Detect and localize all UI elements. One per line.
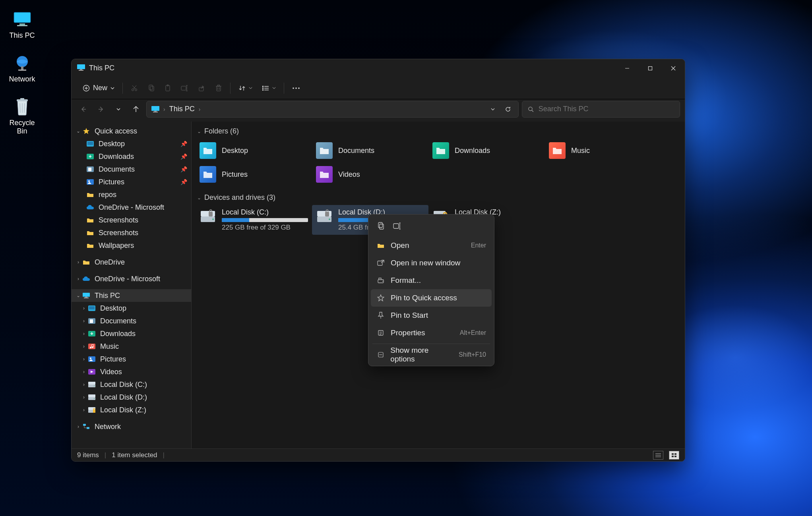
sidebar-item-local-disk-c-[interactable]: ›Local Disk (C:) <box>72 378 191 391</box>
navigation-pane[interactable]: ⌄ Quick access Desktop📌Downloads📌Documen… <box>72 122 192 448</box>
titlebar[interactable]: This PC <box>72 59 685 77</box>
chevron-right-icon[interactable]: › <box>80 382 87 387</box>
back-button[interactable] <box>76 102 91 117</box>
maximize-button[interactable] <box>639 59 662 77</box>
sidebar-quick-access[interactable]: ⌄ Quick access <box>72 125 191 137</box>
context-menu-show-more[interactable]: Show more options Shift+F10 <box>371 346 492 363</box>
context-menu-properties[interactable]: PropertiesAlt+Enter <box>371 324 492 342</box>
new-button[interactable]: New <box>79 81 118 96</box>
sidebar-onedrive[interactable]: › OneDrive <box>72 256 191 269</box>
chevron-down-icon[interactable]: ⌄ <box>75 128 82 134</box>
chevron-right-icon[interactable]: › <box>75 276 82 282</box>
search-input[interactable] <box>539 105 674 113</box>
chevron-right-icon[interactable]: › <box>80 331 87 336</box>
view-button[interactable] <box>258 81 280 96</box>
sidebar-item-documents[interactable]: ›Documents <box>72 315 191 327</box>
forward-button[interactable] <box>94 102 108 117</box>
svg-rect-40 <box>262 86 264 87</box>
sidebar-item-onedrive---microsoft[interactable]: OneDrive - Microsoft <box>72 201 191 214</box>
context-menu-pin-to-start[interactable]: Pin to Start <box>371 307 492 324</box>
address-bar[interactable]: › This PC › <box>146 101 519 118</box>
address-dropdown[interactable] <box>487 104 498 115</box>
copy-button[interactable] <box>143 81 159 96</box>
details-view-button[interactable] <box>653 451 663 460</box>
group-header-folders[interactable]: ⌄ Folders (6) <box>193 125 683 138</box>
search-box[interactable] <box>522 101 680 118</box>
delete-button[interactable] <box>211 81 226 96</box>
chevron-right-icon[interactable]: › <box>80 318 87 324</box>
folder-item-documents[interactable]: Documents <box>312 139 428 162</box>
up-button[interactable] <box>129 102 143 117</box>
sort-button[interactable] <box>234 81 256 96</box>
context-menu-open-in-new-window[interactable]: Open in new window <box>371 254 492 272</box>
sidebar-item-documents[interactable]: Documents📌 <box>72 163 191 176</box>
context-menu-shortcut: Alt+Enter <box>460 329 486 336</box>
onedrive-icon <box>86 203 95 212</box>
sidebar-item-label: Desktop <box>100 304 126 313</box>
cut-button[interactable] <box>127 81 142 96</box>
chevron-right-icon[interactable]: › <box>75 259 82 265</box>
tiles-view-button[interactable] <box>669 451 679 460</box>
refresh-button[interactable] <box>502 104 514 115</box>
context-menu-open[interactable]: OpenEnter <box>371 237 492 254</box>
sidebar-item-desktop[interactable]: Desktop📌 <box>72 137 191 150</box>
minimize-button[interactable] <box>616 59 639 77</box>
svg-point-60 <box>88 180 90 182</box>
share-button[interactable] <box>194 81 209 96</box>
documents-icon <box>86 165 95 174</box>
svg-rect-28 <box>166 85 170 91</box>
sidebar-this-pc[interactable]: ⌄ This PC <box>72 289 191 302</box>
svg-rect-104 <box>378 222 382 228</box>
folder-item-downloads[interactable]: Downloads <box>428 139 545 162</box>
folder-item-pictures[interactable]: Pictures <box>196 162 312 186</box>
desktop-icon-this-pc[interactable]: This PC <box>3 10 41 40</box>
sidebar-item-pictures[interactable]: Pictures📌 <box>72 176 191 188</box>
context-menu-format-[interactable]: Format... <box>371 272 492 289</box>
sidebar-item-local-disk-d-[interactable]: ›Local Disk (D:) <box>72 391 191 404</box>
sidebar-item-repos[interactable]: repos <box>72 188 191 201</box>
copy-icon <box>148 85 154 92</box>
chevron-down-icon[interactable]: ⌄ <box>75 293 82 298</box>
context-menu-pin-to-quick-access[interactable]: Pin to Quick access <box>371 289 492 307</box>
svg-rect-100 <box>672 453 674 455</box>
paste-button[interactable] <box>160 81 175 96</box>
separator <box>372 344 490 344</box>
chevron-right-icon[interactable]: › <box>80 394 87 400</box>
chevron-right-icon[interactable]: › <box>80 407 87 413</box>
sidebar-item-pictures[interactable]: ›Pictures <box>72 353 191 365</box>
chevron-right-icon[interactable]: › <box>75 424 82 429</box>
rename-button[interactable] <box>177 81 193 96</box>
more-button[interactable] <box>288 81 304 96</box>
sidebar-item-downloads[interactable]: Downloads📌 <box>72 150 191 163</box>
svg-rect-14 <box>79 70 83 71</box>
chevron-right-icon[interactable]: › <box>80 356 87 362</box>
sidebar-item-label: Desktop <box>99 140 125 148</box>
folder-item-desktop[interactable]: Desktop <box>196 139 312 162</box>
group-header-drives[interactable]: ⌄ Devices and drives (3) <box>193 191 683 204</box>
sidebar-item-screenshots[interactable]: Screenshots <box>72 214 191 226</box>
copy-button[interactable] <box>374 219 388 233</box>
folder-item-music[interactable]: Music <box>545 139 661 162</box>
sidebar-item-local-disk-z-[interactable]: ›Local Disk (Z:) <box>72 404 191 416</box>
sidebar-item-videos[interactable]: ›Videos <box>72 365 191 378</box>
sidebar-item-downloads[interactable]: ›Downloads <box>72 327 191 340</box>
sidebar-onedrive-ms[interactable]: › OneDrive - Microsoft <box>72 272 191 285</box>
folder-item-videos[interactable]: Videos <box>312 162 428 186</box>
recent-button[interactable] <box>111 102 126 117</box>
context-menu-item-label: Properties <box>391 329 425 337</box>
sidebar-item-music[interactable]: ›Music <box>72 340 191 353</box>
close-button[interactable] <box>662 59 685 77</box>
sidebar-item-wallpapers[interactable]: Wallpapers <box>72 239 191 252</box>
rename-button[interactable] <box>391 219 404 233</box>
sidebar-item-screenshots[interactable]: Screenshots <box>72 226 191 239</box>
desktop-icon-recycle-bin[interactable]: Recycle Bin <box>3 97 41 135</box>
drive-item-local-disk-c-[interactable]: Local Disk (C:)225 GB free of 329 GB <box>196 205 312 235</box>
sidebar-network[interactable]: › Network <box>72 420 191 433</box>
chevron-right-icon[interactable]: › <box>80 305 87 311</box>
chevron-right-icon[interactable]: › <box>80 344 87 349</box>
desktop-icon-network[interactable]: Network <box>3 54 41 83</box>
sidebar-item-desktop[interactable]: ›Desktop <box>72 302 191 315</box>
breadcrumb-item[interactable]: This PC <box>169 105 195 113</box>
sidebar-item-label: Quick access <box>95 127 137 135</box>
chevron-right-icon[interactable]: › <box>80 369 87 375</box>
